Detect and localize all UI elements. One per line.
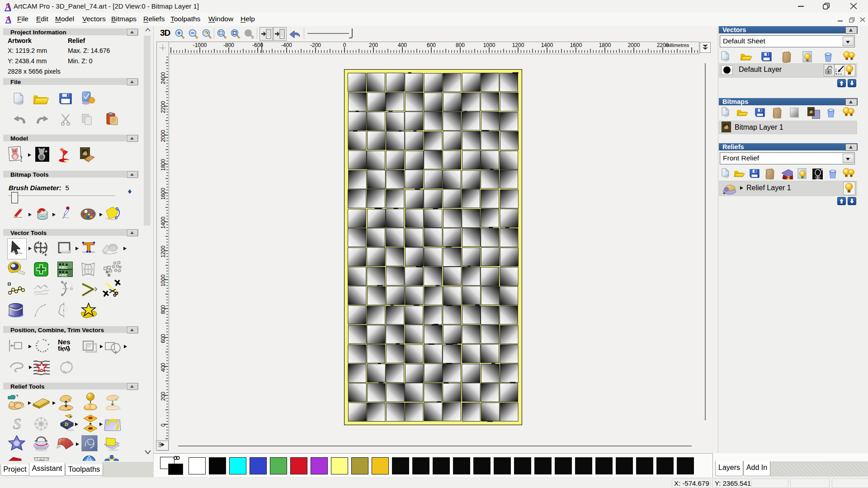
svg-text:1000: 1000 — [160, 274, 166, 286]
svg-text:2400: 2400 — [160, 72, 166, 84]
svg-text:S: S — [13, 415, 21, 432]
svg-text:1400: 1400 — [541, 42, 553, 48]
svg-text:1800: 1800 — [599, 42, 611, 48]
svg-text:800: 800 — [160, 305, 166, 314]
svg-text:800: 800 — [456, 42, 465, 48]
svg-text:v: v — [39, 350, 42, 353]
svg-text:+: + — [722, 190, 726, 195]
svg-text:-200: -200 — [310, 42, 321, 48]
svg-text:c: c — [46, 348, 49, 351]
svg-text:2000: 2000 — [628, 42, 640, 48]
svg-text:0: 0 — [160, 423, 166, 427]
svg-text:u: u — [44, 350, 47, 353]
svg-text:1800: 1800 — [160, 159, 166, 171]
svg-text:millimetres: millimetres — [665, 42, 689, 48]
svg-text:400: 400 — [398, 42, 407, 48]
svg-text:1600: 1600 — [570, 42, 582, 48]
svg-text:0: 0 — [343, 42, 346, 48]
svg-text:200: 200 — [160, 392, 166, 401]
svg-text:1000: 1000 — [483, 42, 495, 48]
svg-text:ABE: ABE — [59, 273, 67, 277]
svg-text:-400: -400 — [281, 42, 292, 48]
svg-text:b: b — [65, 421, 68, 427]
svg-text:e: e — [37, 349, 39, 352]
svg-text:r: r — [42, 351, 44, 353]
svg-text:ABC: ABC — [59, 265, 68, 270]
svg-text:200: 200 — [369, 42, 378, 48]
svg-text:e: e — [35, 345, 38, 347]
svg-text:n: n — [44, 338, 47, 342]
svg-text:1200: 1200 — [160, 245, 166, 258]
svg-text:t: t — [35, 347, 38, 350]
svg-text:a: a — [47, 343, 50, 346]
svg-text:1400: 1400 — [160, 216, 166, 229]
svg-text:600: 600 — [427, 42, 436, 48]
svg-text:2000: 2000 — [160, 130, 166, 142]
svg-text:-800: -800 — [223, 42, 234, 48]
svg-text:400: 400 — [160, 363, 166, 372]
svg-text:t: t — [37, 340, 39, 343]
svg-text:2200: 2200 — [160, 101, 166, 113]
svg-text:1200: 1200 — [512, 42, 524, 48]
svg-text:-1000: -1000 — [193, 42, 207, 48]
svg-text:1600: 1600 — [160, 188, 166, 200]
svg-text:600: 600 — [160, 334, 166, 343]
svg-text:o: o — [42, 338, 44, 341]
